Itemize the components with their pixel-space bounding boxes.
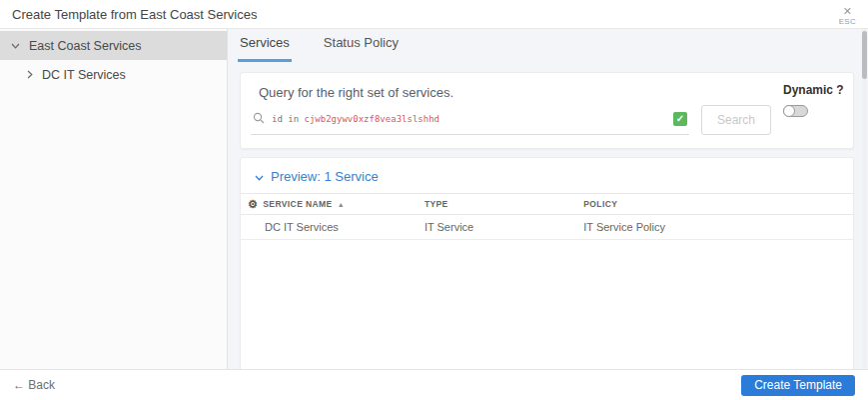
query-input[interactable]: id in cjwb2gywv0xzf8vea3lslshhd ✓ xyxy=(251,107,689,135)
dialog-header: Create Template from East Coast Services… xyxy=(0,0,868,29)
create-template-dialog: Create Template from East Coast Services… xyxy=(0,0,868,400)
back-button[interactable]: ← Back xyxy=(13,378,55,392)
cell-type: IT Service xyxy=(425,215,583,240)
tree-item-label: DC IT Services xyxy=(42,68,126,82)
query-instruction: Query for the right set of services. xyxy=(259,85,689,100)
dialog-footer: ← Back Create Template xyxy=(0,369,868,400)
col-service-name[interactable]: SERVICE NAME xyxy=(263,199,332,209)
query-valid-checkbox[interactable]: ✓ xyxy=(673,112,687,126)
preview-heading: Preview: 1 Service xyxy=(271,169,379,184)
chevron-down-icon xyxy=(255,169,264,184)
main-panel: Services Status Policy Query for the rig… xyxy=(228,29,868,369)
cell-policy: IT Service Policy xyxy=(583,215,853,240)
dynamic-toggle[interactable] xyxy=(783,105,808,117)
tab-services[interactable]: Services xyxy=(238,35,292,62)
chevron-down-icon[interactable] xyxy=(11,43,20,49)
esc-label: ESC xyxy=(839,18,856,26)
page-title: Create Template from East Coast Services xyxy=(12,7,257,22)
dynamic-section: Dynamic ? xyxy=(783,83,839,135)
tree-item-east-coast-services[interactable]: East Coast Services xyxy=(0,31,227,60)
table-header-row: ⚙ SERVICE NAME ▲ TYPE POLICY xyxy=(241,194,853,215)
query-section: Query for the right set of services. id … xyxy=(251,83,689,135)
toggle-knob xyxy=(783,105,795,117)
query-value: cjwb2gywv0xzf8vea3lslshhd xyxy=(305,114,439,124)
search-button[interactable]: Search xyxy=(701,105,771,135)
check-icon: ✓ xyxy=(676,113,684,124)
preview-collapse-header[interactable]: Preview: 1 Service xyxy=(241,158,853,193)
services-table: ⚙ SERVICE NAME ▲ TYPE POLICY DC IT Servi… xyxy=(241,193,853,240)
tab-status-policy[interactable]: Status Policy xyxy=(322,35,401,62)
gear-icon[interactable]: ⚙ xyxy=(248,198,258,211)
scrollbar-track[interactable] xyxy=(862,29,867,369)
close-icon: ✕ xyxy=(843,6,852,17)
service-tree-sidebar: East Coast Services DC IT Services xyxy=(0,29,228,369)
close-button[interactable]: ✕ ESC xyxy=(839,2,856,26)
create-template-button[interactable]: Create Template xyxy=(741,375,855,396)
col-policy[interactable]: POLICY xyxy=(583,194,853,215)
col-type[interactable]: TYPE xyxy=(425,194,583,215)
cell-service-name: DC IT Services xyxy=(241,215,425,240)
scrollbar-thumb[interactable] xyxy=(862,31,867,79)
tree-item-dc-it-services[interactable]: DC IT Services xyxy=(0,60,227,89)
table-row[interactable]: DC IT Services IT Service IT Service Pol… xyxy=(241,215,853,240)
sort-asc-icon[interactable]: ▲ xyxy=(338,201,345,208)
query-card: Query for the right set of services. id … xyxy=(240,72,854,149)
query-prefix: id in xyxy=(272,114,299,124)
query-text: id in cjwb2gywv0xzf8vea3lslshhd xyxy=(272,114,439,124)
tab-bar: Services Status Policy xyxy=(228,29,868,62)
search-icon xyxy=(253,110,265,128)
preview-card: Preview: 1 Service ⚙ SERVICE NAME ▲ xyxy=(240,157,854,369)
chevron-right-icon[interactable] xyxy=(27,70,33,79)
dynamic-label: Dynamic ? xyxy=(783,83,844,97)
tree-item-label: East Coast Services xyxy=(29,39,142,53)
dialog-body: East Coast Services DC IT Services Servi… xyxy=(0,29,868,369)
